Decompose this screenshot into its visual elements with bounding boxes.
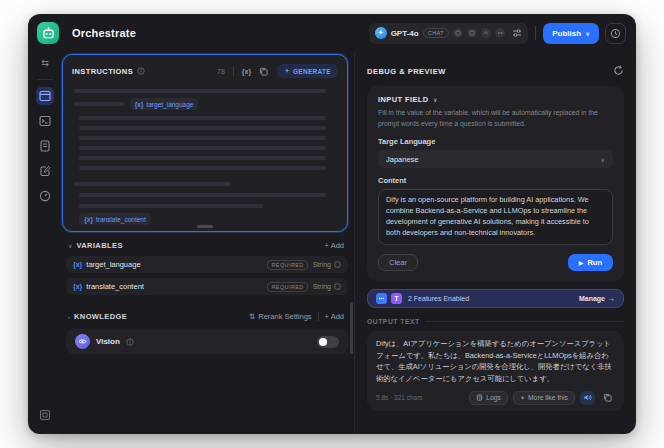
variable-name: translate_content: [86, 282, 144, 291]
variables-header: ∨ VARIABLES + Add: [62, 232, 348, 256]
add-label: + Add: [325, 241, 344, 250]
terminal-icon: [39, 115, 51, 127]
rerank-settings-button[interactable]: ⇅ Rerank Settings: [249, 312, 312, 321]
sidebar-item-logs[interactable]: [36, 137, 54, 155]
sidebar-item-annotations[interactable]: [36, 162, 54, 180]
target-language-label: Targe Language: [378, 137, 613, 146]
play-audio-button[interactable]: [580, 391, 595, 405]
more-like-this-button[interactable]: ✦ More like this: [513, 391, 575, 405]
copy-icon: [603, 393, 612, 402]
copy-prompt-button[interactable]: [259, 62, 268, 80]
feature-dot-icon-4: [495, 28, 505, 38]
logs-label: Logs: [486, 394, 501, 401]
variable-tag-target-language[interactable]: {x}target_language: [130, 98, 199, 110]
instructions-title: INSTRUCTIONS: [72, 67, 133, 76]
brackets-icon: {x}: [73, 283, 82, 290]
publish-label: Publish: [552, 29, 581, 38]
required-badge: REQUIRED: [267, 260, 307, 270]
variable-row-target-language[interactable]: {x} target_language REQUIRED String: [66, 256, 348, 273]
rerank-label: Rerank Settings: [258, 312, 311, 321]
scrollbar[interactable]: [350, 302, 353, 354]
input-field-description: Fill in the value of the variable, which…: [378, 108, 613, 129]
variable-tag-translate-content[interactable]: {x}translate_content: [79, 213, 151, 225]
debug-title: DEBUG & PREVIEW: [367, 67, 446, 76]
chevron-down-icon: ∨: [601, 156, 605, 163]
sidebar-item-api[interactable]: [36, 112, 54, 130]
output-stats: 5.8s · 321 chars: [376, 394, 423, 401]
run-label: Run: [587, 258, 602, 267]
copy-icon: [259, 67, 268, 76]
app-window: Orchestrate ✦ GPT-4o CHAT Publish ∨: [28, 14, 636, 434]
annotation-icon: [39, 165, 51, 177]
brackets-icon: {x}: [73, 261, 82, 268]
model-selector[interactable]: ✦ GPT-4o CHAT: [369, 23, 529, 44]
manage-features-button[interactable]: Manage →: [579, 295, 615, 302]
robot-icon: [42, 27, 55, 40]
skeleton-line: [79, 136, 325, 140]
output-title: OUTPUT TEXT: [367, 318, 420, 325]
features-enabled-bar[interactable]: T 2 Features Enabled Manage →: [367, 289, 624, 308]
feature-dot-icon-1: [453, 28, 463, 38]
text-to-speech-icon: T: [391, 293, 402, 304]
sidebar-item-orchestrate[interactable]: [36, 87, 54, 105]
page-title: Orchestrate: [72, 27, 136, 39]
run-button[interactable]: ▶ Run: [568, 254, 613, 271]
skeleton-line: [79, 156, 325, 160]
restart-button[interactable]: [613, 62, 624, 80]
generate-button[interactable]: ✦ GENERATE: [277, 64, 338, 78]
output-card: Difyは、AIアプリケーションを構築するためのオープンソースプラットフォームで…: [367, 331, 624, 411]
type-icon: [334, 283, 341, 290]
header-separator: [233, 67, 234, 76]
rail-divider: [37, 79, 53, 80]
window-body: ⇆ INS: [28, 52, 636, 434]
sidebar-rail: ⇆: [28, 52, 62, 434]
debug-panel: DEBUG & PREVIEW INPUT FIELD ∨ Fill in th…: [354, 52, 636, 434]
skeleton-line: [79, 166, 325, 170]
app-logo[interactable]: [37, 22, 59, 44]
instructions-editor[interactable]: INSTRUCTIONS 78 {x} ✦ GENERATE: [62, 54, 348, 232]
variables-title: VARIABLES: [76, 241, 122, 250]
target-language-select[interactable]: Japanese ∨: [378, 150, 613, 168]
sidebar-item-workspace[interactable]: [36, 406, 54, 424]
openai-icon: ✦: [375, 27, 387, 39]
vision-toggle[interactable]: [317, 336, 339, 348]
action-row: Clear ▶ Run: [378, 254, 613, 271]
model-params-icon[interactable]: [512, 24, 522, 42]
insert-variable-icon[interactable]: {x}: [242, 68, 251, 75]
sidebar-item-monitoring[interactable]: [36, 187, 54, 205]
add-variable-button[interactable]: + Add: [325, 241, 344, 250]
input-field-title: INPUT FIELD: [378, 95, 429, 104]
publish-button[interactable]: Publish ∨: [543, 23, 599, 44]
add-knowledge-button[interactable]: + Add: [325, 312, 344, 321]
skeleton-line: [74, 89, 326, 93]
vision-feature-card: Vision: [66, 329, 348, 354]
speaker-icon: [583, 393, 592, 402]
skeleton-line: [79, 193, 325, 197]
skeleton-line: [79, 146, 325, 150]
clear-button[interactable]: Clear: [378, 254, 418, 271]
knowledge-header: › KNOWLEDGE ⇅ Rerank Settings + Add: [62, 300, 348, 327]
manage-label: Manage: [579, 295, 605, 302]
sidebar-item-switch[interactable]: ⇆: [36, 54, 54, 72]
more-like-this-label: More like this: [528, 394, 568, 401]
chevron-down-icon[interactable]: ∨: [68, 242, 72, 249]
brackets-icon: {x}: [84, 216, 93, 223]
skeleton-line: [79, 116, 325, 120]
toggle-knob: [319, 338, 327, 346]
play-icon: ▶: [579, 259, 584, 266]
output-footer: 5.8s · 321 chars Logs ✦ More like this: [376, 391, 615, 405]
divider: [318, 312, 319, 321]
arrow-right-icon: →: [608, 295, 615, 302]
copy-output-button[interactable]: [600, 391, 615, 405]
content-input[interactable]: Dify is an open-source platform for buil…: [378, 189, 613, 245]
resize-handle[interactable]: [197, 225, 213, 228]
swap-icon: ⇆: [41, 58, 49, 68]
prompt-skeleton: {x}target_language {x}translate_content: [63, 83, 347, 225]
version-history-button[interactable]: [605, 23, 626, 44]
orchestrate-icon: [39, 90, 51, 102]
variable-name: target_language: [146, 101, 193, 108]
variable-row-translate-content[interactable]: {x} translate_content REQUIRED String: [66, 278, 348, 295]
logs-button[interactable]: Logs: [469, 391, 508, 405]
input-field-header[interactable]: INPUT FIELD ∨: [378, 95, 613, 104]
chevron-right-icon[interactable]: ›: [68, 314, 70, 320]
